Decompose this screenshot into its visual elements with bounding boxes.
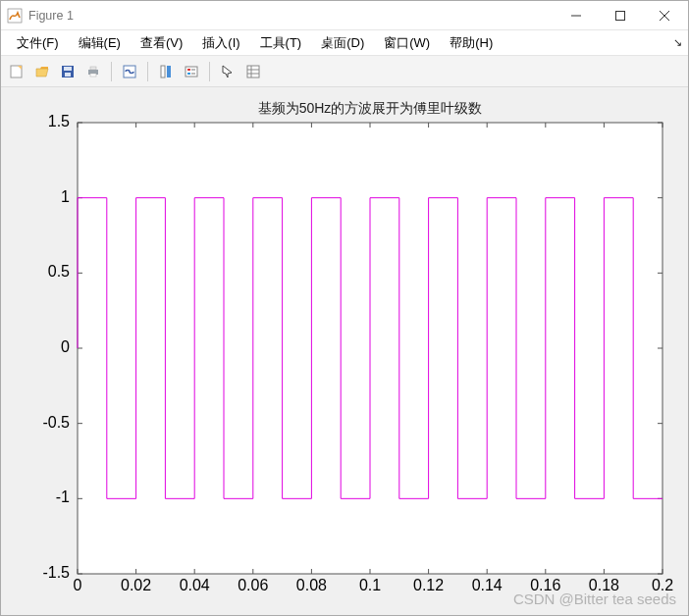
window-controls bbox=[554, 2, 686, 29]
insert-colorbar-button[interactable] bbox=[154, 60, 178, 83]
toolbar bbox=[1, 56, 688, 87]
open-property-inspector-button[interactable] bbox=[241, 60, 265, 83]
minimize-button[interactable] bbox=[554, 2, 598, 29]
y-tick-label: -1.5 bbox=[42, 564, 70, 581]
svg-rect-8 bbox=[64, 67, 72, 71]
svg-rect-18 bbox=[187, 73, 190, 75]
x-tick-label: 0.02 bbox=[121, 577, 151, 593]
figure-canvas[interactable]: 00.020.040.060.080.10.120.140.160.180.2-… bbox=[1, 87, 688, 615]
menu-tools[interactable]: 工具(T) bbox=[250, 32, 312, 54]
svg-rect-15 bbox=[167, 66, 171, 77]
svg-rect-14 bbox=[161, 66, 165, 77]
y-tick-label: 1 bbox=[61, 188, 70, 205]
print-button[interactable] bbox=[81, 60, 105, 83]
x-tick-label: 0.2 bbox=[652, 577, 673, 593]
menu-window[interactable]: 窗口(W) bbox=[374, 32, 440, 54]
x-tick-label: 0.1 bbox=[359, 577, 381, 593]
menu-desktop[interactable]: 桌面(D) bbox=[311, 32, 374, 54]
toolbar-separator bbox=[111, 62, 112, 81]
axes[interactable]: 00.020.040.060.080.10.120.140.160.180.2-… bbox=[1, 87, 688, 613]
y-tick-label: -0.5 bbox=[42, 414, 70, 431]
save-button[interactable] bbox=[56, 60, 80, 83]
toolbar-separator bbox=[209, 62, 210, 81]
menu-file[interactable]: 文件(F) bbox=[7, 32, 69, 54]
x-tick-label: 0.12 bbox=[413, 577, 444, 593]
svg-rect-2 bbox=[615, 11, 624, 20]
matlab-figure-icon bbox=[7, 8, 23, 24]
svg-rect-9 bbox=[65, 73, 71, 77]
link-plot-button[interactable] bbox=[118, 60, 141, 83]
menu-insert[interactable]: 插入(I) bbox=[192, 32, 249, 54]
y-tick-label: 0 bbox=[61, 338, 70, 355]
svg-rect-16 bbox=[186, 67, 197, 77]
x-tick-label: 0.06 bbox=[238, 577, 268, 593]
maximize-button[interactable] bbox=[598, 2, 642, 29]
toolbar-overflow-icon[interactable]: ↘ bbox=[673, 36, 682, 49]
y-tick-label: -1 bbox=[56, 488, 70, 505]
y-tick-label: 0.5 bbox=[48, 263, 70, 280]
x-tick-label: 0.04 bbox=[180, 577, 210, 593]
svg-rect-11 bbox=[90, 67, 96, 70]
new-figure-button[interactable] bbox=[5, 60, 28, 83]
window-title: Figure 1 bbox=[28, 9, 554, 23]
chart-title: 基频为50Hz的方波展开为傅里叶级数 bbox=[258, 100, 483, 116]
titlebar: Figure 1 bbox=[1, 1, 688, 30]
x-tick-label: 0.16 bbox=[530, 577, 560, 593]
x-tick-label: 0.14 bbox=[472, 577, 503, 593]
svg-rect-17 bbox=[187, 69, 190, 71]
y-tick-label: 1.5 bbox=[48, 113, 70, 129]
menu-edit[interactable]: 编辑(E) bbox=[69, 32, 131, 54]
toolbar-separator bbox=[147, 62, 148, 81]
menu-help[interactable]: 帮助(H) bbox=[440, 32, 503, 54]
menu-bar: 文件(F) 编辑(E) 查看(V) 插入(I) 工具(T) 桌面(D) 窗口(W… bbox=[1, 30, 688, 56]
x-tick-label: 0.08 bbox=[296, 577, 327, 593]
close-button[interactable] bbox=[642, 2, 686, 29]
x-tick-label: 0 bbox=[74, 577, 82, 593]
insert-legend-button[interactable] bbox=[180, 60, 203, 83]
square-wave-line[interactable] bbox=[78, 198, 662, 499]
edit-plot-button[interactable] bbox=[216, 60, 239, 83]
svg-rect-21 bbox=[247, 66, 259, 77]
menu-view[interactable]: 查看(V) bbox=[131, 32, 192, 54]
svg-rect-12 bbox=[90, 74, 96, 77]
x-tick-label: 0.18 bbox=[589, 577, 619, 593]
figure-window: Figure 1 文件(F) 编辑(E) 查看(V) 插入(I) 工具(T) 桌… bbox=[0, 0, 689, 616]
open-button[interactable] bbox=[30, 60, 54, 83]
